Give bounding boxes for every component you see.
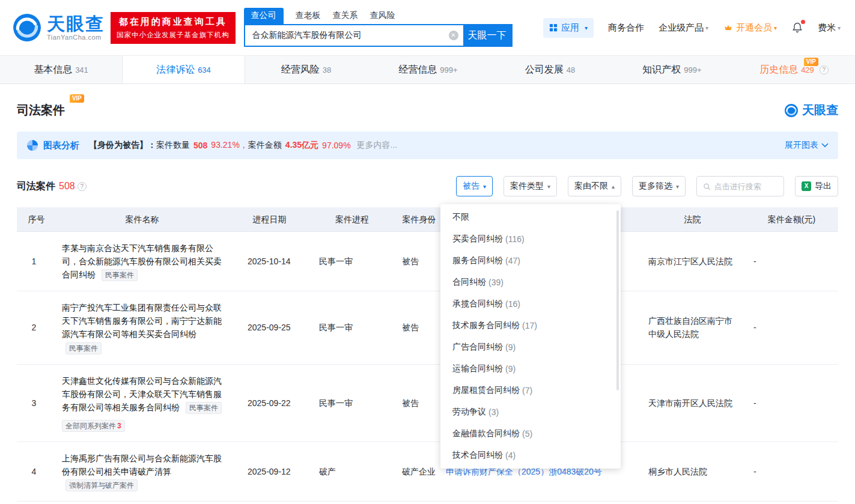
table-body: 1 李某与南京合达天下汽车销售服务有限公司，合众新能源汽车股份有限公司相关买卖合…	[17, 232, 838, 502]
page-title: 司法案件 VIP	[17, 102, 65, 118]
case-process-cell: 民事一审	[311, 365, 394, 442]
process-date-cell: 2025-09-22	[228, 365, 311, 442]
series-cases-tag[interactable]: 全部同系列案件3	[62, 420, 125, 432]
export-button[interactable]: X 导出	[795, 176, 838, 196]
company-search-input[interactable]	[245, 25, 449, 46]
filter-cause-button[interactable]: 案由不限 ▴	[568, 176, 621, 196]
amount-cell: -	[745, 291, 838, 363]
chart-analysis-link[interactable]: 图表分析	[43, 140, 79, 151]
filter-bar: 被告 ▾ 案件类型 ▾ 案由不限 ▴ 更多筛选 ▾	[456, 176, 838, 196]
nav-open-vip[interactable]: 开通会员 ▾	[723, 22, 777, 34]
vip-badge: VIP	[804, 58, 818, 66]
dropdown-item[interactable]: 广告合同纠纷(9)	[440, 336, 621, 358]
chevron-down-icon: ▾	[547, 183, 550, 190]
case-amount-percent: 97.09%	[322, 141, 350, 150]
search-tab-relation[interactable]: 查关系	[333, 10, 358, 24]
company-section-tabs: 基本信息341 法律诉讼634 经营风险38 经营信息999+ 公司发展48 知…	[0, 55, 855, 84]
dropdown-item[interactable]: 技术合同纠纷(4)	[440, 445, 621, 466]
tianyancha-logo-icon	[784, 103, 799, 118]
process-date-cell: 2025-09-25	[228, 291, 311, 363]
search-area: 查公司 查老板 查关系 查风险 ✕ 天眼一下	[244, 8, 513, 47]
dropdown-item[interactable]: 合同纠纷(39)	[440, 272, 621, 293]
tab-business-risk[interactable]: 经营风险38	[245, 56, 367, 83]
court-cell: 南京市江宁区人民法院	[640, 232, 745, 291]
case-name-link[interactable]: 南宁产投汽车工业集团有限责任公司与众联天下汽车销售服务有限公司，南宁宁达新能源汽…	[62, 303, 222, 339]
vip-badge: VIP	[70, 94, 84, 103]
dropdown-item[interactable]: 承揽合同纠纷(16)	[440, 293, 621, 315]
dropdown-item[interactable]: 买卖合同纠纷(116)	[440, 228, 621, 250]
case-name-cell: 上海禹形广告有限公司与合众新能源汽车股份有限公司相关申请破产清算 强制清算与破产…	[56, 442, 228, 501]
excel-icon: X	[802, 181, 811, 191]
search-tab-company[interactable]: 查公司	[244, 8, 284, 24]
more-content-link[interactable]: 更多内容...	[357, 140, 398, 151]
nav-user-menu[interactable]: 费米 ▾	[818, 22, 841, 34]
case-type-tag: 民事案件	[65, 342, 102, 354]
main-content: 司法案件 VIP 天眼查 图表分析 【身份为被告】： 案件数量 508 93.2…	[0, 102, 855, 502]
help-icon[interactable]: ?	[820, 65, 829, 74]
slogan-line2: 国家中小企业发展子基金旗下机构	[117, 31, 230, 40]
username: 费米	[818, 22, 836, 34]
court-cell: 桐乡市人民法院	[640, 442, 745, 501]
seq-column-header: 序号	[17, 207, 56, 231]
search-tab-risk[interactable]: 查风险	[370, 10, 395, 24]
case-count-percent: 93.21%，	[211, 140, 248, 151]
clear-input-icon[interactable]: ✕	[449, 31, 458, 40]
tab-history-info[interactable]: VIP 历史信息429 ?	[733, 56, 855, 83]
seq-cell: 1	[17, 232, 56, 291]
filter-more-button[interactable]: 更多筛选 ▾	[632, 176, 686, 196]
list-toolbar: 司法案件 508 ? 被告 ▾ 案件类型 ▾ 案由不限 ▴ 更多筛选 ▾	[17, 176, 838, 196]
tab-basic-info[interactable]: 基本信息341	[0, 56, 122, 83]
dropdown-item[interactable]: 房屋租赁合同纠纷(7)	[440, 380, 621, 401]
case-name-link[interactable]: 李某与南京合达天下汽车销售服务有限公司，合众新能源汽车股份有限公司相关买卖合同纠…	[62, 243, 222, 279]
table-header-row: 序号 案件名称 进程日期 案件进程 案件身份 法院 案件金额(元)	[17, 207, 838, 232]
case-process-cell: 民事一审	[311, 291, 394, 363]
case-role-cell: 被告	[394, 232, 445, 291]
nav-cooperation[interactable]: 商务合作	[608, 22, 644, 34]
case-name-cell: 天津鑫世文化传媒有限公司与合众新能源汽车股份有限公司，天津众联天下汽车销售服务有…	[56, 365, 228, 442]
dropdown-item[interactable]: 金融借款合同纠纷(5)	[440, 423, 621, 445]
series-count: 3	[117, 422, 121, 430]
table-row: 2 南宁产投汽车工业集团有限责任公司与众联天下汽车销售服务有限公司，南宁宁达新能…	[17, 291, 838, 364]
series-line: 全部同系列案件3	[62, 419, 222, 432]
case-count-label: 案件数量	[156, 140, 190, 151]
expand-chart-button[interactable]: 展开图表	[785, 140, 829, 151]
case-name-column-header: 案件名称	[56, 207, 228, 231]
dropdown-item[interactable]: 劳动争议(3)	[440, 401, 621, 423]
case-type-tag: 民事案件	[102, 269, 138, 281]
case-amount-label: 案件金额	[248, 140, 282, 151]
nav-enterprise[interactable]: 企业级产品 ▾	[659, 22, 708, 34]
table-row: 3 天津鑫世文化传媒有限公司与合众新能源汽车股份有限公司，天津众联天下汽车销售服…	[17, 365, 838, 443]
amount-cell: -	[745, 232, 838, 291]
dropdown-item[interactable]: 服务合同纠纷(47)	[440, 250, 621, 272]
tab-intellectual-property[interactable]: 知识产权999+	[611, 56, 733, 83]
tianyancha-logo[interactable]: 天眼查 TianYanCha.com	[12, 13, 105, 43]
tianyancha-logo-icon	[12, 13, 42, 43]
dropdown-item[interactable]: 技术服务合同纠纷(17)	[440, 315, 621, 336]
dropdown-item[interactable]: 运输合同纠纷(9)	[440, 358, 621, 380]
search-button[interactable]: 天眼一下	[463, 25, 511, 46]
amount-column-header: 案件金额(元)	[745, 207, 838, 231]
case-role-column-header: 案件身份	[394, 207, 445, 231]
filter-case-type-button[interactable]: 案件类型 ▾	[504, 176, 557, 196]
help-icon[interactable]: ?	[78, 182, 87, 191]
case-name-link[interactable]: 上海禹形广告有限公司与合众新能源汽车股份有限公司相关申请破产清算	[62, 454, 222, 476]
list-search-input[interactable]	[714, 182, 777, 191]
case-type-tag: 强制清算与破产案件	[65, 479, 138, 491]
process-date-column-header: 进程日期	[228, 207, 311, 231]
tab-company-development[interactable]: 公司发展48	[489, 56, 611, 83]
tab-business-info[interactable]: 经营信息999+	[367, 56, 489, 83]
court-cell: 广西壮族自治区南宁市中级人民法院	[640, 291, 745, 363]
apps-menu[interactable]: 应用 ▾	[543, 18, 594, 38]
dropdown-scrollbar[interactable]	[616, 210, 619, 390]
dropdown-item[interactable]: 不限	[440, 207, 621, 228]
pie-chart-icon	[26, 139, 38, 151]
court-column-header: 法院	[640, 207, 745, 231]
cases-table: 序号 案件名称 进程日期 案件进程 案件身份 法院 案件金额(元) 1 李某与南…	[17, 207, 838, 502]
notification-bell-icon[interactable]	[791, 22, 803, 34]
case-process-column-header: 案件进程	[311, 207, 394, 231]
search-tab-boss[interactable]: 查老板	[296, 10, 321, 24]
list-search-box[interactable]	[696, 176, 784, 196]
tab-legal-litigation[interactable]: 法律诉讼634	[122, 56, 245, 83]
slogan-line1: 都在用的商业查询工具	[117, 16, 230, 28]
filter-role-button[interactable]: 被告 ▾	[456, 176, 493, 196]
